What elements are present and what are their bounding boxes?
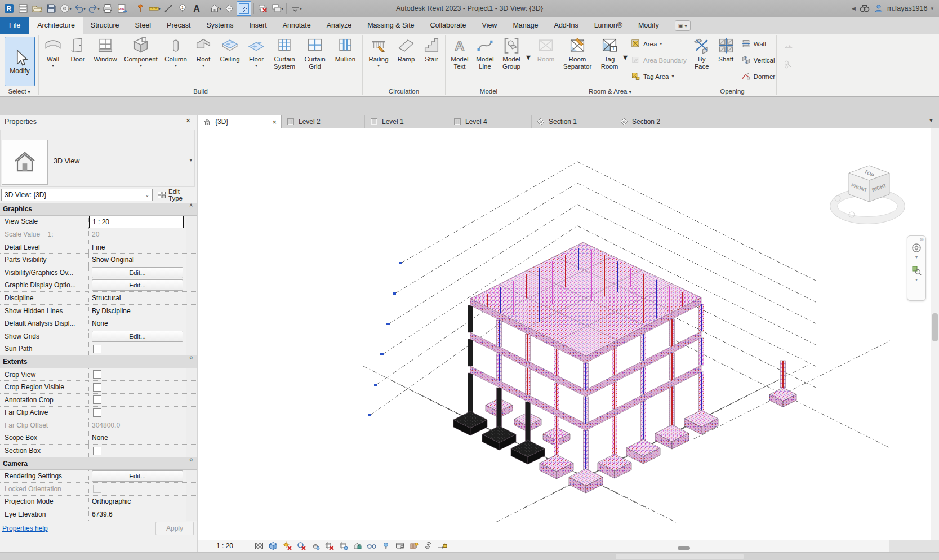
edit-button[interactable]: Edit... — [92, 279, 183, 291]
edit-button[interactable]: Edit... — [92, 470, 183, 482]
property-value[interactable]: None — [89, 317, 186, 330]
account-chevron-down-icon[interactable]: ▾ — [931, 6, 933, 11]
ribbon-button-tag-area[interactable]: Tag Area▾ — [631, 68, 687, 85]
ribbon-button-curtain-system[interactable]: Curtain System — [269, 35, 300, 70]
ribbon-tab-massing-site[interactable]: Massing & Site — [359, 17, 422, 34]
ribbon-tab-lumion-[interactable]: Lumion® — [586, 17, 630, 34]
modify-pin-icon[interactable] — [133, 2, 147, 15]
palette-chevron-down-icon[interactable]: ▾ — [189, 157, 192, 163]
checkbox[interactable] — [93, 408, 101, 417]
ribbon-tab-structure[interactable]: Structure — [83, 17, 127, 34]
ribbon-tab-insert[interactable]: Insert — [241, 17, 274, 34]
temporary-view-properties-icon[interactable] — [394, 541, 406, 551]
steering-wheel-icon[interactable] — [911, 242, 922, 254]
visual-style-icon[interactable] — [268, 541, 279, 551]
save-icon[interactable] — [44, 2, 58, 15]
ribbon-button-ramp[interactable]: Ramp — [394, 35, 419, 64]
ribbon-button-mullion[interactable]: Mullion — [330, 35, 361, 64]
ribbon-tab-annotate[interactable]: Annotate — [275, 17, 319, 34]
properties-help-link[interactable]: Properties help — [2, 525, 48, 532]
home-3d-icon[interactable]: ▾ — [208, 2, 222, 15]
ribbon-button-wall[interactable]: Wall▾ — [41, 35, 65, 68]
ribbon-button-window[interactable]: Window — [90, 35, 121, 64]
collapse-search-icon[interactable]: ◀ — [852, 6, 856, 11]
view-tab-level-1[interactable]: Level 1 — [365, 115, 448, 128]
analytical-model-icon[interactable] — [408, 541, 420, 551]
unlocked-3d-view-icon[interactable] — [352, 541, 363, 551]
panel-label-build[interactable]: Build — [40, 87, 361, 96]
detail-level-icon[interactable] — [253, 541, 265, 551]
ribbon-button-vertical[interactable]: Vertical — [741, 52, 775, 68]
ribbon-button-model-line[interactable]: Model Line — [473, 35, 497, 70]
zoom-region-icon[interactable] — [911, 265, 922, 276]
ribbon-tab-collaborate[interactable]: Collaborate — [422, 17, 474, 34]
view-scale-control[interactable]: 1 : 20 — [216, 542, 246, 550]
checkbox[interactable] — [93, 345, 101, 353]
panel-label-opening[interactable]: Opening — [689, 87, 775, 96]
property-value[interactable]: Orthographic — [89, 496, 186, 508]
level-datum-icon[interactable]: 1. — [784, 42, 794, 52]
property-value[interactable]: Structural — [89, 292, 186, 304]
ribbon-tab-manage[interactable]: Manage — [505, 17, 546, 34]
reveal-constraints-icon[interactable] — [437, 541, 448, 551]
open-icon[interactable] — [30, 2, 44, 15]
export-pdf-icon[interactable]: PDF — [115, 2, 128, 15]
show-crop-region-icon[interactable] — [338, 541, 349, 551]
signed-in-username[interactable]: m.fayas1916 — [887, 5, 928, 12]
ribbon-display-toggle[interactable]: ▣▾ — [675, 20, 691, 31]
view-tab-section-2[interactable]: Section 2 — [615, 115, 698, 128]
ribbon-button-model-group[interactable]: Model Group — [498, 35, 525, 70]
edit-type-button[interactable]: Edit Type — [157, 188, 195, 202]
ribbon-button-curtain-grid[interactable]: Curtain Grid — [301, 35, 329, 70]
switch-windows-icon[interactable]: ▾ — [270, 2, 284, 15]
view-tab-level-4[interactable]: Level 4 — [448, 115, 532, 128]
view-tab-level-2[interactable]: Level 2 — [282, 115, 365, 128]
ribbon-tab-file[interactable]: File — [0, 17, 29, 34]
section-header-graphics[interactable]: Graphics« — [0, 203, 197, 216]
close-icon[interactable]: ⊗ — [919, 237, 924, 242]
close-hidden-icon[interactable] — [256, 2, 270, 15]
ribbon-tab-steel[interactable]: Steel — [127, 17, 159, 34]
property-value[interactable]: Fine — [89, 241, 186, 254]
property-value[interactable]: 6739.6 — [89, 508, 186, 521]
panel-label-room-area[interactable]: Room & Area ▾ — [533, 87, 687, 96]
select-panel-label[interactable]: Select ▾ — [1, 87, 37, 96]
print-icon[interactable] — [101, 2, 114, 15]
ribbon-tab-architecture[interactable]: Architecture — [29, 17, 83, 34]
view-tab--3d-[interactable]: {3D}× — [198, 115, 282, 128]
ribbon-tab-add-ins[interactable]: Add-Ins — [546, 17, 586, 34]
vertical-scrollbar-thumb[interactable] — [932, 313, 938, 341]
checkbox[interactable] — [93, 447, 101, 455]
user-avatar-icon[interactable] — [874, 3, 884, 14]
tag-number-icon[interactable]: 1 — [176, 2, 189, 15]
edit-button[interactable]: Edit... — [92, 331, 183, 342]
ribbon-button-door[interactable]: Door — [66, 35, 89, 64]
ribbon-button-room-separator[interactable]: Room Separator — [559, 35, 596, 70]
sun-path-icon[interactable] — [282, 541, 293, 551]
chevron-down-icon[interactable]: ▾ — [915, 277, 918, 282]
ribbon-button-model-text[interactable]: AModel Text — [447, 35, 472, 70]
view-tab-section-1[interactable]: Section 1 — [532, 115, 615, 128]
grid-datum-icon[interactable] — [784, 60, 794, 70]
ribbon-tab-systems[interactable]: Systems — [198, 17, 241, 34]
ribbon-button-railing[interactable]: Railing▾ — [364, 35, 393, 68]
redo-icon[interactable]: ▾ — [87, 2, 100, 15]
section-header-camera[interactable]: Camera« — [0, 457, 197, 470]
undo-icon[interactable]: ▾ — [73, 2, 86, 15]
reveal-hidden-elements-icon[interactable] — [380, 541, 391, 551]
properties-palette-icon[interactable] — [16, 2, 30, 15]
horizontal-scrollbar-thumb[interactable] — [678, 546, 690, 550]
apply-button[interactable]: Apply — [155, 522, 194, 535]
panel-label-model[interactable]: Model — [447, 87, 531, 96]
ribbon-tab-precast[interactable]: Precast — [159, 17, 198, 34]
ribbon-tab-view[interactable]: View — [474, 17, 505, 34]
measure-icon[interactable]: ▾ — [148, 2, 161, 15]
ribbon-button-ceiling[interactable]: Ceiling — [216, 35, 243, 64]
r-logo-icon[interactable]: R — [2, 2, 16, 15]
tab-list-chevron-icon[interactable]: ▼ — [928, 117, 934, 123]
section-mark-icon[interactable] — [222, 2, 236, 15]
checkbox[interactable] — [93, 395, 101, 404]
ribbon-button-floor[interactable]: Floor▾ — [244, 35, 268, 68]
ribbon-button-wall[interactable]: Wall — [741, 35, 775, 52]
property-value[interactable]: None — [89, 432, 186, 445]
